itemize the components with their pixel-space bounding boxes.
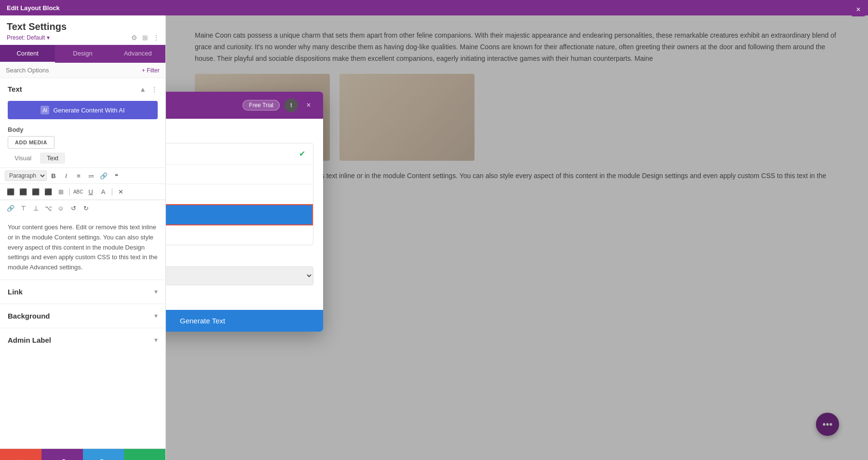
- clear-format-button[interactable]: ✕: [115, 186, 126, 197]
- text-section-title: Text: [8, 85, 22, 93]
- tab-content[interactable]: Content: [0, 45, 55, 63]
- close-icon: ×: [856, 5, 860, 14]
- table-button[interactable]: ⊞: [55, 186, 67, 197]
- check-icon: ✔: [299, 149, 305, 158]
- collapse-icon[interactable]: ▲: [139, 85, 146, 93]
- modal-close-button[interactable]: ×: [303, 99, 314, 111]
- free-trial-badge[interactable]: Free Trial: [243, 100, 280, 111]
- generate-ai-button[interactable]: AI Generate Content With AI: [8, 101, 158, 119]
- tab-advanced[interactable]: Advanced: [110, 45, 165, 63]
- editor-text: Your content goes here. Edit or remove t…: [8, 223, 158, 271]
- align-center-button[interactable]: ⬛: [17, 186, 29, 197]
- italic-button[interactable]: I: [60, 170, 72, 181]
- separator-1: |: [68, 187, 70, 196]
- generate-btn-label: Generate Content With AI: [53, 107, 124, 114]
- background-collapse-icon[interactable]: ▾: [154, 312, 158, 320]
- body-label: Body: [0, 126, 165, 136]
- emoji-button[interactable]: ☺: [55, 202, 67, 214]
- link-section-title: Link: [8, 288, 23, 296]
- section-more-icon[interactable]: ⋮: [151, 85, 158, 93]
- columns-icon[interactable]: ⊞: [142, 34, 148, 42]
- undo-button[interactable]: ↺: [41, 449, 83, 460]
- panel-title: Text Settings: [7, 21, 159, 32]
- settings-icon[interactable]: ⚙: [131, 34, 137, 42]
- user-avatar: t: [285, 98, 298, 112]
- bold-button[interactable]: B: [48, 170, 59, 181]
- add-media-button[interactable]: ADD MEDIA: [8, 136, 54, 149]
- redo-button[interactable]: ↻: [83, 449, 124, 460]
- align-right-button[interactable]: ⬛: [30, 186, 41, 197]
- editor-tab-visual[interactable]: Visual: [8, 153, 38, 164]
- link-section-header[interactable]: Link ▾: [0, 280, 165, 304]
- admin-label-section-header[interactable]: Admin Label ▾: [0, 328, 165, 352]
- align-left-button[interactable]: ⬛: [5, 186, 16, 197]
- link-button[interactable]: 🔗: [98, 170, 109, 181]
- filter-button[interactable]: + Filter: [142, 67, 160, 74]
- separator-2: |: [111, 187, 113, 196]
- background-section-header[interactable]: Background ▾: [0, 304, 165, 328]
- editor-content[interactable]: Your content goes here. Edit or remove t…: [0, 216, 165, 279]
- link-collapse-icon[interactable]: ▾: [154, 288, 158, 295]
- cancel-button[interactable]: ✕: [0, 449, 41, 460]
- paragraph-select[interactable]: Paragraph: [5, 170, 47, 181]
- background-section-title: Background: [8, 312, 50, 320]
- link2-button[interactable]: 🔗: [5, 202, 16, 214]
- text-section-header[interactable]: Text ▲ ⋮: [0, 78, 165, 98]
- save-button[interactable]: ✓: [124, 449, 165, 460]
- ordered-list-button[interactable]: ≔: [85, 170, 97, 181]
- admin-label-collapse-icon[interactable]: ▾: [154, 336, 158, 344]
- tab-design[interactable]: Design: [55, 45, 110, 63]
- redo-icon: ↻: [100, 457, 107, 460]
- window-close-button[interactable]: ×: [852, 3, 865, 16]
- editor-tab-text[interactable]: Text: [40, 153, 65, 164]
- abc-button[interactable]: ABC: [72, 186, 84, 197]
- more-icon[interactable]: ⋮: [153, 34, 160, 42]
- ai-icon: AI: [41, 106, 49, 114]
- underline-button[interactable]: U: [85, 186, 96, 197]
- search-input[interactable]: [6, 67, 142, 74]
- save-icon: ✓: [141, 457, 149, 460]
- cancel-icon: ✕: [17, 457, 24, 460]
- text-color-button[interactable]: A: [97, 186, 109, 197]
- undo-editor-button[interactable]: ↺: [68, 202, 79, 214]
- indent-button[interactable]: ⊤: [17, 202, 29, 214]
- undo-icon: ↺: [58, 457, 66, 460]
- admin-label-section-title: Admin Label: [8, 336, 51, 344]
- window-title: Edit Layout Block: [7, 4, 60, 12]
- blockquote-button[interactable]: ❝: [110, 170, 122, 181]
- outdent-button[interactable]: ⊥: [30, 202, 41, 214]
- redo-editor-button[interactable]: ↻: [80, 202, 92, 214]
- unordered-list-button[interactable]: ≡: [73, 170, 84, 181]
- align-justify-button[interactable]: ⬛: [42, 186, 54, 197]
- special-char-button[interactable]: ⌥: [42, 202, 54, 214]
